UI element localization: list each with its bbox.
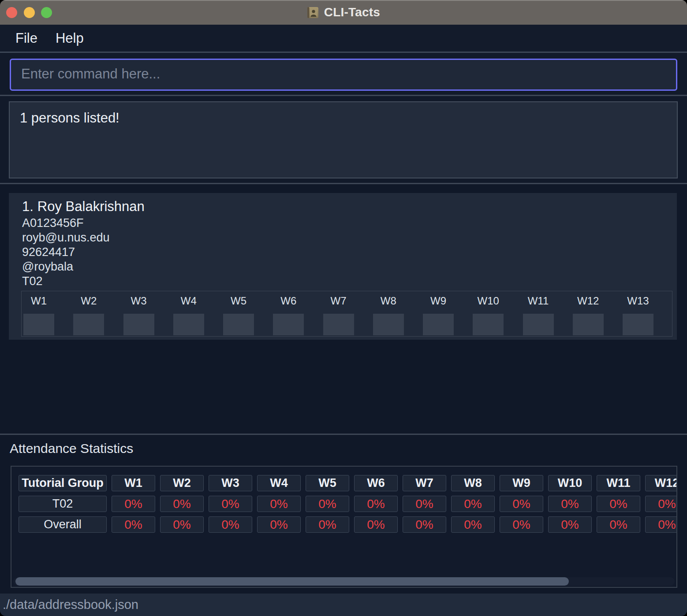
week-label: W1 [31, 294, 47, 308]
attendance-week-cell: W12 [573, 294, 604, 336]
week-label: W6 [280, 294, 296, 308]
stats-value: 0% [306, 516, 349, 533]
stats-value: 0% [160, 516, 204, 533]
person-tutorial-group: T02 [22, 274, 677, 289]
stats-value: 0% [500, 516, 543, 533]
close-button[interactable] [6, 7, 17, 18]
title-bar: CLI-Tacts [0, 0, 687, 25]
stats-value: 0% [112, 516, 155, 533]
stats-value: 0% [209, 516, 252, 533]
stats-week-header: W6 [354, 475, 398, 491]
stats-row-t02: T02 0% 0% 0% 0% 0% [19, 496, 677, 512]
week-label: W10 [478, 294, 499, 308]
week-label: W2 [81, 294, 97, 308]
stats-table: Tutorial Group W1 W2 W3 W4 W5 [11, 467, 676, 533]
stats-value: 0% [500, 496, 543, 512]
week-label: W12 [577, 294, 599, 308]
status-file-path: ./data/addressbook.json [3, 597, 138, 612]
person-list-panel: 1.Roy Balakrishnan A0123456F royb@u.nus.… [0, 184, 687, 434]
stats-week-header: W8 [451, 475, 495, 491]
stats-scrollpane: Tutorial Group W1 W2 W3 W4 W5 [11, 466, 677, 588]
person-email: royb@u.nus.edu [22, 230, 677, 245]
attendance-checkbox[interactable] [473, 314, 504, 335]
traffic-lights [6, 0, 52, 25]
command-input[interactable] [10, 59, 677, 91]
attendance-checkbox[interactable] [273, 314, 304, 335]
stats-week-header: W3 [209, 475, 252, 491]
app-window: CLI-Tacts File Help 1 persons listed! 1.… [0, 0, 687, 616]
attendance-week-cell: W6 [273, 294, 304, 336]
stats-row-label: Overall [19, 516, 107, 533]
attendance-checkbox[interactable] [23, 314, 54, 335]
zoom-button[interactable] [41, 7, 52, 18]
window-title: CLI-Tacts [324, 5, 380, 19]
attendance-checkbox[interactable] [423, 314, 454, 335]
result-display-pane: 1 persons listed! [0, 96, 687, 183]
stats-week-header: W2 [160, 475, 204, 491]
stats-value: 0% [403, 496, 446, 512]
stats-value: 0% [160, 496, 204, 512]
stats-week-header: W7 [403, 475, 446, 491]
attendance-week-cell: W3 [123, 294, 154, 336]
stats-value: 0% [597, 496, 640, 512]
attendance-week-cell: W8 [373, 294, 404, 336]
stats-row-overall: Overall 0% 0% 0% 0% 0% [19, 516, 677, 533]
attendance-checkbox[interactable] [123, 314, 154, 335]
person-card[interactable]: 1.Roy Balakrishnan A0123456F royb@u.nus.… [9, 193, 677, 340]
stats-week-header: W1 [112, 475, 155, 491]
stats-header-row: Tutorial Group W1 W2 W3 W4 W5 [19, 475, 677, 491]
attendance-week-cell: W2 [73, 294, 104, 336]
stats-value: 0% [403, 516, 446, 533]
attendance-strip: W1 W2 W3 [21, 291, 672, 337]
person-telegram: @roybala [22, 260, 677, 274]
stats-heading: Attendance Statistics [10, 442, 687, 454]
stats-week-header: W11 [597, 475, 640, 491]
person-student-id: A0123456F [22, 216, 677, 230]
stats-week-header: W12 [645, 475, 677, 491]
stats-value: 0% [645, 516, 677, 533]
attendance-checkbox[interactable] [73, 314, 104, 335]
attendance-week-cell: W11 [523, 294, 554, 336]
stats-row-label: T02 [19, 496, 107, 512]
person-name-row: 1.Roy Balakrishnan [22, 197, 677, 216]
week-label: W9 [430, 294, 446, 308]
h-scrollbar-thumb[interactable] [15, 577, 569, 586]
stats-value: 0% [645, 496, 677, 512]
menu-help[interactable]: Help [56, 30, 84, 46]
attendance-checkbox[interactable] [573, 314, 604, 335]
stats-value: 0% [209, 496, 252, 512]
stats-value: 0% [451, 496, 495, 512]
result-display[interactable]: 1 persons listed! [9, 101, 678, 178]
attendance-week-cell: W13 [623, 294, 653, 336]
stats-value: 0% [257, 496, 301, 512]
command-box-pane [0, 53, 687, 95]
week-label: W13 [627, 294, 649, 308]
attendance-checkbox[interactable] [323, 314, 354, 335]
stats-value: 0% [597, 516, 640, 533]
stats-value: 0% [548, 516, 592, 533]
attendance-checkbox[interactable] [373, 314, 404, 335]
stats-col-tutorial-group: Tutorial Group [19, 475, 107, 491]
attendance-week-cell: W1 [23, 294, 54, 336]
stats-value: 0% [112, 496, 155, 512]
attendance-week-cell: W10 [473, 294, 504, 336]
stats-value: 0% [451, 516, 495, 533]
attendance-checkbox[interactable] [173, 314, 204, 335]
minimize-button[interactable] [24, 7, 35, 18]
stats-value: 0% [306, 496, 349, 512]
attendance-week-cell: W4 [173, 294, 204, 336]
address-book-icon [307, 7, 319, 19]
attendance-checkbox[interactable] [223, 314, 254, 335]
stats-week-header: W4 [257, 475, 301, 491]
week-label: W4 [181, 294, 197, 308]
week-label: W8 [381, 294, 396, 308]
week-label: W7 [331, 294, 347, 308]
week-label: W11 [528, 294, 549, 308]
attendance-checkbox[interactable] [523, 314, 554, 335]
stats-week-header: W10 [548, 475, 592, 491]
week-label: W3 [131, 294, 147, 308]
menu-file[interactable]: File [15, 30, 37, 46]
attendance-checkbox[interactable] [623, 314, 653, 335]
attendance-week-cell: W5 [223, 294, 254, 336]
stats-value: 0% [548, 496, 592, 512]
